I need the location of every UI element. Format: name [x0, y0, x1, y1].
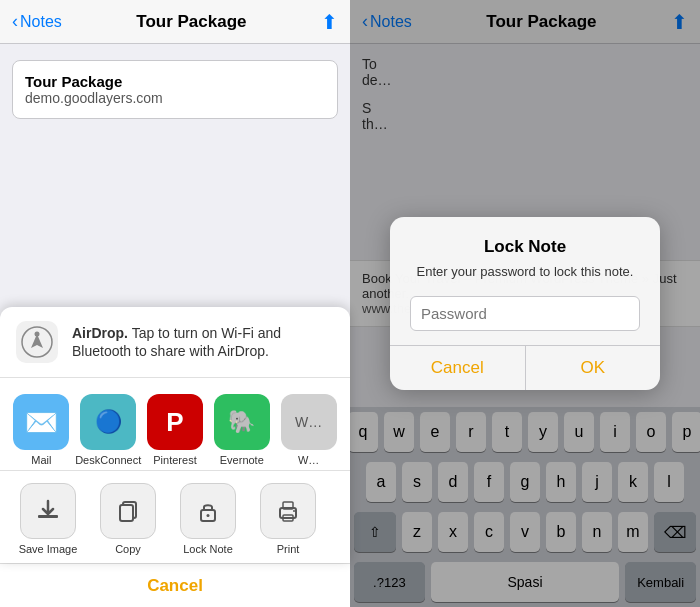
airdrop-text: AirDrop. Tap to turn on Wi-Fi and Blueto…: [72, 324, 334, 360]
more-icon: W…: [281, 394, 337, 450]
lock-note-dialog: Lock Note Enter your password to lock th…: [390, 217, 660, 389]
left-note-card: Tour Package demo.goodlayers.com: [12, 60, 338, 119]
left-note-card-title: Tour Package: [25, 73, 325, 90]
deskconnect-icon: 🔵: [80, 394, 136, 450]
left-share-icon[interactable]: ⬆: [321, 10, 338, 34]
svg-rect-4: [120, 505, 133, 521]
action-lock-note[interactable]: Lock Note: [168, 483, 248, 555]
deskconnect-label: DeskConnect: [75, 454, 141, 466]
dialog-content: Lock Note Enter your password to lock th…: [390, 217, 660, 344]
dialog-title: Lock Note: [410, 237, 640, 257]
pinterest-icon: P: [147, 394, 203, 450]
left-nav-title: Tour Package: [136, 12, 246, 32]
share-sheet: AirDrop. Tap to turn on Wi-Fi and Blueto…: [0, 307, 350, 563]
save-image-label: Save Image: [19, 543, 78, 555]
svg-point-1: [35, 332, 40, 337]
mail-label: Mail: [31, 454, 51, 466]
svg-point-10: [293, 510, 295, 512]
app-icon-deskconnect[interactable]: 🔵 DeskConnect: [75, 394, 142, 466]
action-save-image[interactable]: Save Image: [8, 483, 88, 555]
action-icons-row: Save Image Copy: [0, 471, 350, 563]
svg-rect-2: [38, 515, 58, 518]
save-image-icon: [20, 483, 76, 539]
app-icons-row: ✉️ Mail 🔵 DeskConnect P Pinterest 🐘 Ever…: [0, 378, 350, 471]
copy-label: Copy: [115, 543, 141, 555]
action-copy[interactable]: Copy: [88, 483, 168, 555]
dialog-buttons: Cancel OK: [390, 345, 660, 390]
left-back-label: Notes: [20, 13, 62, 31]
print-label: Print: [277, 543, 300, 555]
evernote-icon: 🐘: [214, 394, 270, 450]
more-label: W…: [298, 454, 319, 466]
left-nav-bar: ‹ Notes Tour Package ⬆: [0, 0, 350, 44]
airdrop-icon: [16, 321, 58, 363]
right-panel: ‹ Notes Tour Package ⬆ Tode… Sth… Lock N…: [350, 0, 700, 607]
evernote-label: Evernote: [220, 454, 264, 466]
airdrop-bold: AirDrop.: [72, 325, 128, 341]
pinterest-label: Pinterest: [153, 454, 196, 466]
app-icon-pinterest[interactable]: P Pinterest: [142, 394, 209, 466]
svg-point-6: [207, 514, 210, 517]
app-icon-evernote[interactable]: 🐘 Evernote: [208, 394, 275, 466]
password-input[interactable]: [410, 296, 640, 331]
dialog-cancel-button[interactable]: Cancel: [390, 346, 526, 390]
print-icon: [260, 483, 316, 539]
dialog-ok-button[interactable]: OK: [526, 346, 661, 390]
dialog-message: Enter your password to lock this note.: [410, 263, 640, 281]
chevron-left-icon: ‹: [12, 11, 18, 32]
lock-note-dialog-overlay: Lock Note Enter your password to lock th…: [350, 0, 700, 607]
action-print[interactable]: Print: [248, 483, 328, 555]
cancel-bar[interactable]: Cancel: [0, 563, 350, 607]
mail-icon: ✉️: [13, 394, 69, 450]
lock-note-label: Lock Note: [183, 543, 233, 555]
app-icon-more[interactable]: W… W…: [275, 394, 342, 466]
copy-icon: [100, 483, 156, 539]
left-note-card-sub: demo.goodlayers.com: [25, 90, 325, 106]
app-icon-mail[interactable]: ✉️ Mail: [8, 394, 75, 466]
left-back-button[interactable]: ‹ Notes: [12, 11, 62, 32]
cancel-label: Cancel: [147, 576, 203, 596]
left-panel: ‹ Notes Tour Package ⬆ Tour Package demo…: [0, 0, 350, 607]
lock-note-icon: [180, 483, 236, 539]
airdrop-row[interactable]: AirDrop. Tap to turn on Wi-Fi and Blueto…: [0, 307, 350, 378]
